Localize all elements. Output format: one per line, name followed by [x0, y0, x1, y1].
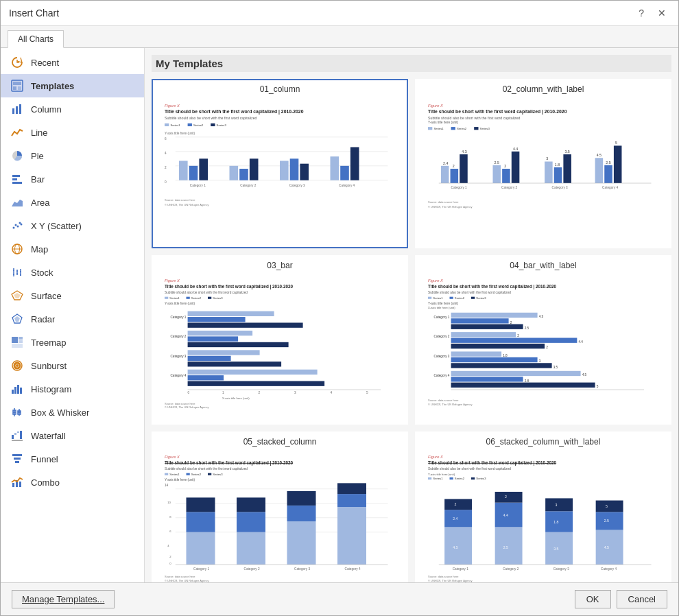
- svg-rect-103: [451, 127, 455, 130]
- all-charts-tab[interactable]: All Charts: [8, 30, 64, 48]
- svg-text:Title should be short with the: Title should be short with the first wor…: [165, 460, 294, 466]
- sidebar-item-templates[interactable]: Templates: [1, 74, 144, 97]
- svg-rect-145: [208, 297, 211, 299]
- svg-rect-162: [188, 375, 224, 380]
- svg-text:10: 10: [167, 501, 171, 504]
- svg-rect-219: [165, 473, 168, 475]
- chart-card-03-bar[interactable]: 03_bar Figure X Title should be short wi…: [152, 255, 408, 425]
- recent-icon: [10, 56, 24, 69]
- scatter-icon: [10, 219, 24, 233]
- chart-card-06-stacked-column-with-label[interactable]: 06_stacked_column_with_label Figure X Ti…: [415, 431, 671, 582]
- svg-rect-84: [250, 158, 259, 180]
- svg-text:Series2: Series2: [191, 473, 202, 476]
- svg-rect-195: [451, 338, 577, 343]
- sidebar-item-treemap[interactable]: Treemap: [1, 331, 144, 354]
- svg-marker-11: [12, 200, 23, 206]
- svg-text:Category 4: Category 4: [601, 567, 617, 571]
- sidebar-item-xy[interactable]: X Y (Scatter): [1, 214, 144, 237]
- svg-text:Source: data source here: Source: data source here: [165, 198, 195, 202]
- chart-title-01-column: 01_column: [157, 84, 403, 94]
- svg-text:Y-axis title here (unit): Y-axis title here (unit): [165, 302, 195, 305]
- svg-text:0: 0: [165, 180, 167, 184]
- sidebar-label-combo: Combo: [31, 477, 60, 488]
- svg-text:Title should be short with the: Title should be short with the first wor…: [428, 460, 557, 466]
- chart-title-04: 04_bar_with_label: [420, 261, 666, 270]
- sidebar-item-radar[interactable]: Radar: [1, 307, 144, 331]
- sidebar-item-boxwhisker[interactable]: Box & Whisker: [1, 401, 144, 424]
- sidebar-item-recent[interactable]: Recent: [1, 51, 144, 74]
- sidebar-item-area[interactable]: Area: [1, 191, 144, 214]
- svg-text:3: 3: [555, 503, 557, 507]
- svg-rect-153: [188, 317, 246, 322]
- chart-card-01-column[interactable]: 01_column Figure X Title should be short…: [152, 79, 408, 248]
- chart-title-05: 05_stacked_column: [157, 437, 403, 447]
- svg-text:Subtitle should also be short : Subtitle should also be short with the f…: [165, 291, 248, 294]
- svg-text:Source: data source here: Source: data source here: [428, 575, 459, 578]
- svg-text:Series1: Series1: [169, 296, 180, 300]
- svg-text:2: 2: [546, 346, 548, 349]
- svg-rect-43: [20, 388, 22, 394]
- svg-text:Category 4: Category 4: [602, 186, 618, 189]
- sidebar-item-bar[interactable]: Bar: [1, 167, 144, 191]
- svg-text:Subtitle should also be short : Subtitle should also be short with the f…: [428, 116, 521, 120]
- pie-icon: [10, 149, 24, 163]
- svg-rect-36: [12, 344, 23, 348]
- svg-rect-60: [19, 482, 21, 487]
- svg-text:Series1: Series1: [433, 296, 443, 300]
- sidebar-item-line[interactable]: Line: [1, 121, 144, 144]
- svg-text:Category 1: Category 1: [433, 316, 449, 319]
- svg-rect-34: [19, 337, 23, 340]
- sidebar-item-surface[interactable]: Surface: [1, 284, 144, 307]
- sidebar-item-combo[interactable]: Combo: [1, 471, 144, 494]
- manage-templates-button[interactable]: Manage Templates...: [12, 590, 115, 608]
- svg-rect-202: [451, 357, 538, 362]
- chart-card-05-stacked-column[interactable]: 05_stacked_column Figure X Title should …: [152, 431, 408, 582]
- svg-rect-40: [12, 390, 14, 394]
- svg-text:Category 2: Category 2: [240, 184, 256, 187]
- svg-text:Source: data source here: Source: data source here: [165, 402, 195, 405]
- svg-rect-197: [451, 344, 545, 348]
- sidebar-item-histogram[interactable]: Histogram: [1, 377, 144, 401]
- help-button[interactable]: ?: [634, 6, 648, 20]
- svg-text:3: 3: [294, 391, 296, 394]
- svg-rect-237: [187, 532, 215, 565]
- svg-text:Subtitle should also be short : Subtitle should also be short with the f…: [428, 467, 511, 471]
- sidebar-item-funnel[interactable]: Funnel: [1, 447, 144, 471]
- sidebar-label-recent: Recent: [31, 58, 59, 68]
- svg-rect-243: [287, 521, 316, 565]
- map-icon: [10, 242, 24, 256]
- svg-text:Category 4: Category 4: [170, 374, 186, 377]
- svg-text:2.4: 2.4: [443, 161, 448, 165]
- svg-text:4.4: 4.4: [578, 340, 583, 344]
- svg-text:1.8: 1.8: [553, 520, 558, 524]
- svg-text:Category 2: Category 2: [433, 335, 449, 339]
- sidebar-item-map[interactable]: Map: [1, 237, 144, 261]
- chart-card-04-bar-with-label[interactable]: 04_bar_with_label Figure X Title should …: [415, 255, 671, 425]
- svg-text:2: 2: [505, 495, 507, 499]
- svg-rect-113: [493, 165, 501, 183]
- line-icon: [10, 126, 24, 139]
- svg-rect-163: [188, 381, 325, 386]
- svg-rect-278: [545, 532, 573, 565]
- sidebar-item-pie[interactable]: Pie: [1, 144, 144, 167]
- svg-rect-264: [471, 477, 475, 479]
- svg-rect-52: [17, 431, 19, 433]
- chart-card-02-column-with-label[interactable]: 02_column_with_label Figure X Title shou…: [415, 79, 671, 248]
- svg-text:Series1: Series1: [433, 127, 444, 130]
- svg-text:Series3: Series3: [480, 127, 490, 130]
- ok-button[interactable]: OK: [575, 590, 611, 608]
- cancel-button[interactable]: Cancel: [617, 590, 667, 608]
- svg-rect-156: [188, 336, 239, 341]
- svg-text:4: 4: [165, 152, 167, 155]
- sidebar-item-stock[interactable]: Stock: [1, 261, 144, 284]
- sidebar-item-column[interactable]: Column: [1, 97, 144, 121]
- sidebar-item-sunburst[interactable]: Sunburst: [1, 354, 144, 377]
- chart-preview-03: Figure X Title should be short with the …: [157, 273, 403, 417]
- svg-rect-242: [237, 497, 265, 512]
- svg-rect-282: [545, 498, 573, 511]
- close-button[interactable]: ✕: [654, 6, 670, 20]
- svg-rect-101: [428, 127, 432, 130]
- svg-rect-160: [188, 362, 282, 366]
- sidebar-item-waterfall[interactable]: Waterfall: [1, 424, 144, 447]
- combo-icon: [10, 475, 24, 489]
